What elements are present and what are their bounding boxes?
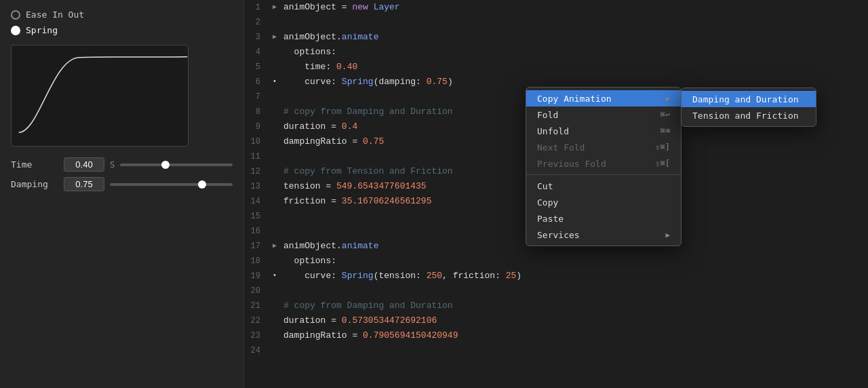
time-label: Time <box>11 159 58 170</box>
radio-item-spring[interactable]: Spring <box>11 24 233 37</box>
time-unit: S <box>110 160 115 170</box>
line-num-15: 15 <box>244 209 269 224</box>
damping-input[interactable] <box>64 177 104 191</box>
menu-item-fold[interactable]: Fold ⌘↩ <box>526 106 681 123</box>
code-line-1: 1 ▶ animObject = new Layer <box>244 0 868 15</box>
line-num-22: 22 <box>244 313 269 328</box>
code-line-21: 21 # copy from Damping and Duration <box>244 298 868 313</box>
submenu-item-damping-duration[interactable]: Damping and Duration <box>682 91 816 107</box>
time-slider[interactable] <box>120 163 233 166</box>
damping-control-row: Damping <box>11 177 233 191</box>
line-num-10: 10 <box>244 134 269 149</box>
radio-spring-icon <box>11 26 20 35</box>
damping-slider[interactable] <box>110 183 233 186</box>
menu-item-fold-shortcut: ⌘↩ <box>660 110 670 119</box>
line-num-20: 20 <box>244 284 269 298</box>
fold-icon-6: • <box>269 75 281 90</box>
line-num-9: 9 <box>244 119 269 134</box>
menu-item-next-fold: Next Fold ⇧⌘] <box>526 139 681 155</box>
line-num-14: 14 <box>244 194 269 209</box>
time-control-row: Time S <box>11 157 233 172</box>
code-line-4: 4 options: <box>244 45 868 60</box>
line-num-23: 23 <box>244 328 269 343</box>
line-num-2: 2 <box>244 15 269 30</box>
menu-item-paste[interactable]: Paste <box>526 210 681 227</box>
code-content-24 <box>281 343 868 358</box>
line-num-18: 18 <box>244 254 269 269</box>
code-line-2: 2 <box>244 15 868 30</box>
submenu-tension-friction-label: Tension and Friction <box>692 111 805 121</box>
line-num-6: 6 <box>244 75 269 90</box>
menu-item-unfold-label: Unfold <box>537 126 655 136</box>
menu-item-paste-label: Paste <box>537 214 670 224</box>
code-line-20: 20 <box>244 284 868 298</box>
line-num-17: 17 <box>244 239 269 254</box>
menu-item-services-label: Services <box>537 230 660 240</box>
fold-icon-17[interactable]: ▶ <box>269 239 281 254</box>
menu-item-copy[interactable]: Copy <box>526 194 681 210</box>
submenu-damping-duration-label: Damping and Duration <box>692 94 805 104</box>
menu-item-previous-fold-shortcut: ⇧⌘[ <box>655 159 670 168</box>
curve-canvas <box>11 45 189 147</box>
time-thumb <box>161 161 170 169</box>
line-num-13: 13 <box>244 179 269 194</box>
line-num-4: 4 <box>244 45 269 60</box>
code-line-5: 5 time: 0.40 <box>244 60 868 75</box>
code-content-4: options: <box>281 45 868 60</box>
code-content-22: duration = 0.5730534472692106 <box>281 313 868 328</box>
line-num-19: 19 <box>244 269 269 284</box>
line-num-7: 7 <box>244 90 269 104</box>
code-line-18: 18 options: <box>244 254 868 269</box>
radio-group: Ease In Out Spring <box>0 5 243 39</box>
code-content-5: time: 0.40 <box>281 60 868 75</box>
menu-item-fold-label: Fold <box>537 110 655 120</box>
code-line-22: 22 duration = 0.5730534472692106 <box>244 313 868 328</box>
line-num-5: 5 <box>244 60 269 75</box>
line-num-21: 21 <box>244 298 269 313</box>
code-line-19: 19 • curve: Spring(tension: 250, frictio… <box>244 269 868 284</box>
radio-ease-label: Ease In Out <box>26 9 84 20</box>
fold-icon-1[interactable]: ▶ <box>269 0 281 15</box>
damping-thumb <box>198 180 206 189</box>
menu-item-copy-animation[interactable]: Copy Animation ▶ Damping and Duration Te… <box>526 90 681 106</box>
menu-item-copy-label: Copy <box>537 197 670 208</box>
radio-item-ease[interactable]: Ease In Out <box>11 8 233 21</box>
submenu-item-tension-friction[interactable]: Tension and Friction <box>682 107 816 123</box>
fold-icon-3[interactable]: ▶ <box>269 30 281 45</box>
left-panel: Ease In Out Spring Time S Damping <box>0 0 244 388</box>
controls-group: Time S Damping <box>0 152 243 197</box>
code-content-2 <box>281 15 868 30</box>
code-content-23: dampingRatio = 0.7905694150420949 <box>281 328 868 343</box>
code-content-18: options: <box>281 254 868 269</box>
code-line-3: 3 ▶ animObject.animate <box>244 30 868 45</box>
line-num-11: 11 <box>244 149 269 164</box>
line-num-24: 24 <box>244 343 269 358</box>
line-num-1: 1 <box>244 0 269 15</box>
line-num-8: 8 <box>244 104 269 119</box>
line-num-16: 16 <box>244 224 269 239</box>
code-content-20 <box>281 284 868 298</box>
curve-svg <box>12 45 188 146</box>
menu-item-cut-label: Cut <box>537 181 670 191</box>
code-content-19: curve: Spring(tension: 250, friction: 25… <box>281 269 868 284</box>
radio-ease-icon <box>11 10 20 20</box>
time-input[interactable] <box>64 157 104 172</box>
code-content-21: # copy from Damping and Duration <box>281 298 868 313</box>
context-menu: Copy Animation ▶ Damping and Duration Te… <box>526 87 682 246</box>
code-line-24: 24 <box>244 343 868 358</box>
radio-spring-label: Spring <box>26 25 58 35</box>
code-content-3: animObject.animate <box>281 30 868 45</box>
menu-item-previous-fold: Previous Fold ⇧⌘[ <box>526 155 681 172</box>
code-content-1: animObject = new Layer <box>281 0 868 15</box>
submenu-copy-animation: Damping and Duration Tension and Frictio… <box>681 88 816 127</box>
line-num-12: 12 <box>244 164 269 179</box>
fold-icon-19: • <box>269 269 281 284</box>
line-num-3: 3 <box>244 30 269 45</box>
menu-item-next-fold-shortcut: ⇧⌘] <box>655 142 670 152</box>
menu-item-unfold[interactable]: Unfold ⌘⌫ <box>526 123 681 139</box>
menu-item-services[interactable]: Services ▶ <box>526 227 681 243</box>
code-editor: 1 ▶ animObject = new Layer 2 3 ▶ animObj… <box>244 0 868 388</box>
menu-item-cut[interactable]: Cut <box>526 178 681 194</box>
menu-divider-1 <box>526 174 681 175</box>
submenu-arrow-icon: ▶ <box>665 94 670 103</box>
